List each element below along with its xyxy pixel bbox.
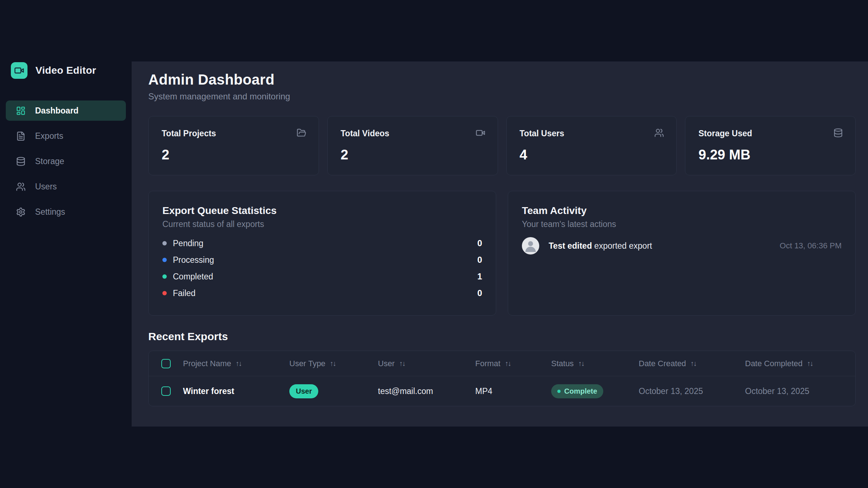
stat-value: 4 bbox=[520, 147, 664, 163]
sidebar-item-exports[interactable]: Exports bbox=[6, 126, 126, 146]
queue-row-completed: Completed 1 bbox=[162, 268, 482, 285]
sidebar-item-label: Settings bbox=[35, 207, 65, 217]
user-type-badge: User bbox=[289, 384, 318, 398]
folder-open-icon bbox=[297, 128, 306, 138]
stat-label: Total Videos bbox=[341, 129, 485, 138]
file-icon bbox=[16, 131, 26, 141]
select-all-cell bbox=[149, 359, 183, 368]
export-queue-subtitle: Current status of all exports bbox=[162, 219, 482, 229]
column-header-user-type[interactable]: User Type ↑↓ bbox=[289, 359, 378, 368]
sidebar-item-dashboard[interactable]: Dashboard bbox=[6, 100, 126, 121]
cell-project-name: Winter forest bbox=[183, 386, 289, 396]
app-logo: Video Editor bbox=[11, 62, 96, 79]
gear-icon bbox=[16, 207, 26, 217]
stat-card-total-users: Total Users 4 bbox=[506, 116, 677, 175]
queue-row-failed: Failed 0 bbox=[162, 285, 482, 301]
recent-exports-title: Recent Exports bbox=[148, 330, 868, 343]
activity-timestamp: Oct 13, 06:36 PM bbox=[780, 241, 842, 251]
cell-user-type: User bbox=[289, 384, 378, 398]
avatar bbox=[522, 237, 539, 254]
cell-format: MP4 bbox=[475, 386, 551, 396]
table-header-row: Project Name ↑↓ User Type ↑↓ User ↑↓ For… bbox=[149, 351, 855, 376]
sort-icon: ↑↓ bbox=[578, 359, 584, 368]
column-header-date-completed[interactable]: Date Completed ↑↓ bbox=[745, 359, 855, 368]
dashboard-icon bbox=[16, 106, 26, 116]
status-dot bbox=[162, 291, 167, 295]
export-queue-card: Export Queue Statistics Current status o… bbox=[148, 191, 496, 316]
database-icon bbox=[833, 128, 843, 138]
sidebar-item-label: Exports bbox=[35, 131, 63, 141]
column-header-user[interactable]: User ↑↓ bbox=[378, 359, 475, 368]
stat-value: 2 bbox=[162, 147, 306, 163]
sidebar: Video Editor Dashboard Exports Storage U… bbox=[0, 0, 132, 488]
users-icon bbox=[16, 182, 26, 192]
status-dot bbox=[162, 274, 167, 279]
select-all-checkbox[interactable] bbox=[161, 359, 171, 368]
queue-label: Completed bbox=[173, 272, 213, 282]
column-header-status[interactable]: Status ↑↓ bbox=[551, 359, 639, 368]
page-title: Admin Dashboard bbox=[148, 72, 868, 88]
team-activity-card: Team Activity Your team's latest actions… bbox=[508, 191, 856, 316]
export-queue-title: Export Queue Statistics bbox=[162, 205, 482, 217]
team-activity-title: Team Activity bbox=[522, 205, 842, 217]
team-activity-subtitle: Your team's latest actions bbox=[522, 219, 842, 229]
queue-label: Pending bbox=[173, 239, 203, 248]
column-header-project-name[interactable]: Project Name ↑↓ bbox=[183, 359, 289, 368]
app-title: Video Editor bbox=[35, 65, 96, 76]
export-queue-list: Pending 0 Processing 0 Completed 1 Faile… bbox=[162, 235, 482, 301]
cell-date-created: October 13, 2025 bbox=[639, 386, 745, 396]
status-dot bbox=[557, 390, 561, 393]
video-camera-icon bbox=[11, 62, 27, 79]
sidebar-item-settings[interactable]: Settings bbox=[6, 202, 126, 222]
sidebar-item-label: Storage bbox=[35, 157, 64, 166]
stat-label: Storage Used bbox=[698, 129, 842, 138]
sidebar-item-storage[interactable]: Storage bbox=[6, 151, 126, 171]
cell-status: Complete bbox=[551, 384, 639, 398]
stat-card-storage-used: Storage Used 9.29 MB bbox=[685, 116, 856, 175]
queue-value: 0 bbox=[477, 255, 482, 265]
database-icon bbox=[16, 157, 26, 166]
cell-date-completed: October 13, 2025 bbox=[745, 386, 855, 396]
row-select-cell bbox=[149, 386, 183, 396]
video-camera-icon bbox=[476, 128, 485, 138]
stat-label: Total Projects bbox=[162, 129, 306, 138]
column-header-format[interactable]: Format ↑↓ bbox=[475, 359, 551, 368]
status-dot bbox=[162, 241, 167, 245]
page-subtitle: System management and monitoring bbox=[148, 91, 868, 102]
column-header-date-created[interactable]: Date Created ↑↓ bbox=[639, 359, 745, 368]
status-badge: Complete bbox=[551, 384, 603, 398]
stat-card-total-projects: Total Projects 2 bbox=[148, 116, 319, 175]
users-icon bbox=[654, 128, 664, 138]
sidebar-nav: Dashboard Exports Storage Users Settings bbox=[0, 100, 132, 227]
recent-exports-table: Project Name ↑↓ User Type ↑↓ User ↑↓ For… bbox=[148, 351, 856, 406]
queue-value: 0 bbox=[477, 238, 482, 248]
activity-actor: Test edited bbox=[549, 241, 592, 251]
row-checkbox[interactable] bbox=[161, 386, 171, 396]
sidebar-item-label: Users bbox=[35, 182, 57, 192]
queue-row-processing: Processing 0 bbox=[162, 252, 482, 268]
queue-value: 1 bbox=[477, 271, 482, 282]
main-content: Admin Dashboard System management and mo… bbox=[132, 61, 868, 427]
stats-row: Total Projects 2 Total Videos 2 Total Us… bbox=[148, 116, 856, 175]
sort-icon: ↑↓ bbox=[399, 359, 405, 368]
sort-icon: ↑↓ bbox=[690, 359, 696, 368]
stat-label: Total Users bbox=[520, 129, 664, 138]
middle-row: Export Queue Statistics Current status o… bbox=[148, 191, 856, 314]
queue-label: Failed bbox=[173, 288, 196, 298]
queue-label: Processing bbox=[173, 255, 214, 265]
sort-icon: ↑↓ bbox=[330, 359, 336, 368]
status-dot bbox=[162, 258, 167, 262]
cell-user: test@mail.com bbox=[378, 386, 475, 396]
sort-icon: ↑↓ bbox=[505, 359, 511, 368]
table-row[interactable]: Winter forest User test@mail.com MP4 Com… bbox=[149, 376, 855, 406]
stat-value: 2 bbox=[341, 147, 485, 163]
sort-icon: ↑↓ bbox=[235, 359, 241, 368]
activity-item: Test edited exported export Oct 13, 06:3… bbox=[522, 237, 842, 254]
stat-card-total-videos: Total Videos 2 bbox=[327, 116, 498, 175]
sort-icon: ↑↓ bbox=[807, 359, 813, 368]
activity-text: Test edited exported export bbox=[549, 241, 652, 251]
sidebar-item-users[interactable]: Users bbox=[6, 176, 126, 197]
activity-action: exported export bbox=[592, 241, 652, 251]
stat-value: 9.29 MB bbox=[698, 147, 842, 163]
queue-value: 0 bbox=[477, 288, 482, 298]
